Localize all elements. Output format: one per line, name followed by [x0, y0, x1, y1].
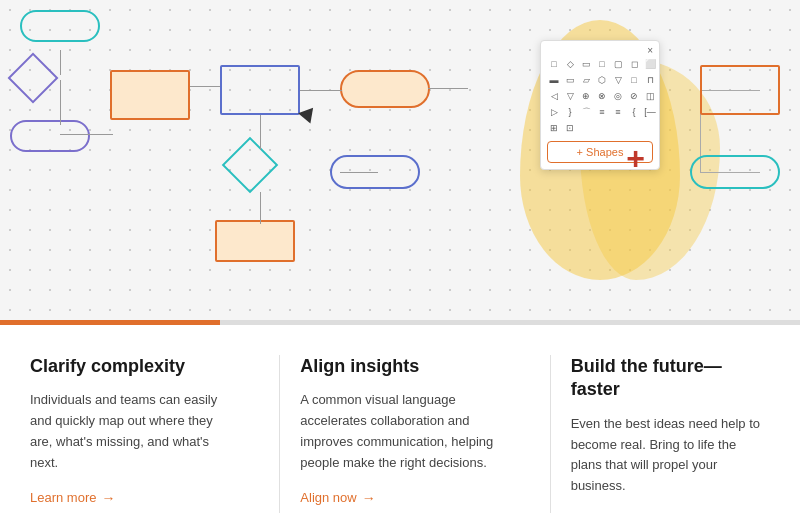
shape-panel-close-icon[interactable]: × — [647, 45, 653, 56]
shape-icon: ◎ — [611, 89, 625, 103]
progress-fill — [0, 320, 220, 325]
shape-icon: ⬡ — [595, 73, 609, 87]
flowchart-node-teal-top — [20, 10, 100, 42]
connector-line-8 — [260, 192, 261, 224]
shape-icon: ▬ — [547, 73, 561, 87]
col-align-link-arrow: → — [362, 490, 376, 506]
flowchart-node-orange-oval — [340, 70, 430, 108]
col-divider-1 — [279, 355, 280, 513]
shape-icon: ⬜ — [643, 57, 657, 71]
connector-line-9 — [340, 172, 378, 173]
shape-icon: ▱ — [579, 73, 593, 87]
connector-line-1 — [190, 86, 220, 87]
flowchart-node-orange-rect-bottom — [215, 220, 295, 262]
col-build-title: Build the future—faster — [571, 355, 770, 402]
shape-icon: { — [627, 105, 641, 119]
flowchart-node-purple-oval — [10, 120, 90, 152]
col-clarify-link-arrow: → — [101, 490, 115, 506]
connector-line-7 — [260, 115, 261, 150]
content-col-align: Align insights A common visual language … — [300, 355, 529, 513]
shape-icon: ≡ — [595, 105, 609, 119]
flowchart-node-orange-right — [700, 65, 780, 115]
shape-icon: ⊕ — [579, 89, 593, 103]
col-clarify-link-label: Learn more — [30, 490, 96, 505]
shape-icon: ▢ — [611, 57, 625, 71]
connector-line-5 — [60, 80, 61, 125]
col-align-title: Align insights — [300, 355, 499, 378]
col-align-link-label: Align now — [300, 490, 356, 505]
shape-icon: ◻ — [627, 57, 641, 71]
shape-icon: ◫ — [643, 89, 657, 103]
connector-line-6 — [60, 134, 113, 135]
shape-icon: ◇ — [563, 57, 577, 71]
col-clarify-link[interactable]: Learn more → — [30, 490, 229, 506]
col-align-link[interactable]: Align now → — [300, 490, 499, 506]
shape-grid: □ ◇ ▭ □ ▢ ◻ ⬜ ▬ ▭ ▱ ⬡ ▽ □ ⊓ ◁ ▽ ⊕ ⊗ ◎ ⊘ … — [547, 57, 653, 135]
shape-icon: ⊘ — [627, 89, 641, 103]
shape-icon: □ — [547, 57, 561, 71]
shape-icon: } — [563, 105, 577, 119]
connector-line-4 — [60, 50, 61, 75]
shape-icon: ⊡ — [563, 121, 577, 135]
col-build-body: Even the best ideas need help to become … — [571, 414, 770, 497]
shape-icon: ▭ — [563, 73, 577, 87]
flowchart-node-teal-right — [690, 155, 780, 189]
progress-bar — [0, 320, 800, 325]
shape-icon: ≡ — [611, 105, 625, 119]
shape-icon: ◁ — [547, 89, 561, 103]
flowchart-node-blue-rect — [220, 65, 300, 115]
shape-icon: □ — [595, 57, 609, 71]
shape-icon: ⊓ — [643, 73, 657, 87]
shape-icon: ▭ — [579, 57, 593, 71]
shape-icon: [— — [643, 105, 657, 119]
flowchart-node-purple-diamond — [8, 53, 59, 104]
cursor-icon — [298, 108, 318, 127]
col-align-body: A common visual language accelerates col… — [300, 390, 499, 473]
shape-icon: ▽ — [611, 73, 625, 87]
connector-line-3 — [428, 88, 468, 89]
shape-icon: ⊗ — [595, 89, 609, 103]
shape-icon: ⊞ — [547, 121, 561, 135]
content-col-build: Build the future—faster Even the best id… — [571, 355, 770, 513]
hero-section: + × □ ◇ ▭ □ ▢ ◻ ⬜ ▬ ▭ ▱ ⬡ ▽ □ ⊓ ◁ ▽ ⊕ ⊗ … — [0, 0, 800, 320]
connector-line-2 — [300, 90, 342, 91]
col-divider-2 — [550, 355, 551, 513]
shape-icon: ▽ — [563, 89, 577, 103]
plus-icon: + — [626, 140, 645, 177]
flowchart-node-orange-rect — [110, 70, 190, 120]
progress-track — [220, 320, 800, 325]
content-col-clarify: Clarify complexity Individuals and teams… — [30, 355, 259, 513]
col-clarify-body: Individuals and teams can easily and qui… — [30, 390, 229, 473]
shape-icon: □ — [627, 73, 641, 87]
shape-icon: ⌒ — [579, 105, 593, 119]
content-section: Clarify complexity Individuals and teams… — [0, 325, 800, 513]
shape-icon: ▷ — [547, 105, 561, 119]
col-clarify-title: Clarify complexity — [30, 355, 229, 378]
flowchart-node-teal-diamond — [222, 137, 279, 194]
